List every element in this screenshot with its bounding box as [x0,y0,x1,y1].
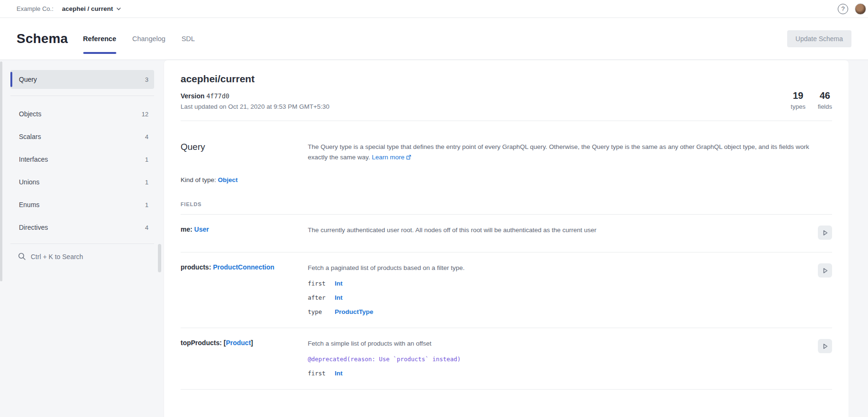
play-icon [822,229,829,236]
graph-title: acephei/current [181,73,330,85]
sidebar-item-count: 1 [145,201,148,208]
sidebar-item-label: Unions [19,178,40,186]
kind-value-link[interactable]: Object [218,176,238,183]
sidebar-item-label: Query [19,76,37,83]
sidebar-item-count: 12 [142,111,148,118]
sidebar-item-enums[interactable]: Enums 1 [10,195,154,214]
field-row: me: User The currently authenticated use… [181,215,832,252]
version-value: 4f77d0 [206,92,229,100]
graph-selector[interactable]: acephei / current [62,5,121,12]
schema-search[interactable]: Ctrl + K to Search [10,252,164,261]
arg-type-link[interactable]: ProductType [335,308,373,315]
learn-more-link[interactable]: Learn more [372,154,411,161]
run-in-explorer-button[interactable] [818,226,832,240]
stat-types: 19 types [791,90,806,110]
graph-selector-label: acephei / current [62,5,113,12]
run-in-explorer-button[interactable] [818,263,832,278]
field-args: first Int [308,370,813,377]
play-icon [822,343,829,350]
sidebar-item-objects[interactable]: Objects 12 [10,104,154,123]
arg-name: after [308,294,335,301]
tab-reference[interactable]: Reference [83,18,116,60]
arg-row: after Int [308,294,813,301]
arg-type-link[interactable]: Int [335,370,343,377]
arg-row: first Int [308,280,813,287]
sidebar-divider [10,96,154,96]
play-icon [822,267,829,274]
schema-stats: 19 types 46 fields [791,73,832,110]
type-name-heading: Query [181,142,308,162]
arg-name: type [308,308,335,315]
field-row: topProducts: [Product] Fetch a simple li… [181,328,832,389]
stat-label: fields [818,103,832,110]
sidebar-item-interfaces[interactable]: Interfaces 1 [10,150,154,169]
sidebar-item-label: Interfaces [19,156,48,163]
fields-label: FIELDS [181,201,832,207]
sidebar-item-label: Objects [19,110,41,118]
stat-fields: 46 fields [818,90,832,110]
page-title: Schema [17,31,68,46]
update-schema-button[interactable]: Update Schema [787,30,851,47]
org-label: Example Co.: [17,5,53,12]
sidebar-item-label: Enums [19,201,40,208]
field-description: Fetch a paginated list of products based… [308,263,813,273]
sidebar-scrollbar[interactable] [158,244,161,272]
field-type-link[interactable]: User [194,226,209,233]
sidebar-item-count: 4 [145,133,148,140]
graph-summary: acephei/current Version 4f77d0 Last upda… [181,60,832,121]
sidebar-item-unions[interactable]: Unions 1 [10,173,154,191]
sidebar-item-count: 1 [145,179,148,186]
arg-name: first [308,280,335,287]
arg-type-link[interactable]: Int [335,294,343,301]
type-nav-sidebar: Query 3 Objects 12 Scalars 4 Interfaces … [0,60,164,417]
page-header: Schema ReferenceChangelogSDL Update Sche… [0,18,868,60]
tab-sdl[interactable]: SDL [182,18,195,60]
fields-list: me: User The currently authenticated use… [181,214,832,390]
sidebar-item-label: Directives [19,224,48,231]
field-row: products: ProductConnection Fetch a pagi… [181,252,832,328]
type-section: Query The Query type is a special type t… [181,121,832,390]
deprecated-directive: @deprecated(reason: Use `products` inste… [308,356,813,363]
tab-bar: ReferenceChangelogSDL [83,18,195,60]
version-label: Version [181,92,205,100]
arg-name: first [308,370,335,377]
sidebar-item-directives[interactable]: Directives 4 [10,218,154,237]
chevron-down-icon [116,7,121,11]
tab-changelog[interactable]: Changelog [132,18,165,60]
sidebar-item-count: 1 [145,156,148,163]
sidebar-divider [10,243,154,244]
run-in-explorer-button[interactable] [818,339,832,353]
field-description: Fetch a simple list of products with an … [308,339,813,348]
type-description: The Query type is a special type that de… [308,142,832,162]
version-line: Version 4f77d0 [181,92,330,100]
arg-type-link[interactable]: Int [335,280,343,287]
sidebar-item-label: Scalars [19,133,41,140]
arg-row: first Int [308,370,813,377]
field-name: me: User [181,226,308,240]
external-link-icon [406,155,411,160]
arg-row: type ProductType [308,308,813,315]
stat-label: types [791,103,806,110]
user-avatar[interactable] [855,3,866,15]
field-args: first Int after Int type ProductType [308,280,813,315]
stat-value: 19 [791,90,806,101]
stat-value: 46 [818,90,832,101]
kind-of-type: Kind of type: Object [181,176,832,183]
last-updated: Last updated on Oct 21, 2020 at 9:53 PM … [181,103,330,110]
schema-reference-card: acephei/current Version 4f77d0 Last upda… [164,60,849,417]
sidebar-item-query[interactable]: Query 3 [10,70,154,89]
field-type-link[interactable]: Product [226,339,251,347]
sidebar-item-count: 3 [145,76,148,83]
top-bar: Example Co.: acephei / current ? [0,0,868,18]
field-type-link[interactable]: ProductConnection [213,263,274,271]
field-name: topProducts: [Product] [181,339,308,376]
field-name: products: ProductConnection [181,263,308,315]
sidebar-item-count: 4 [145,224,148,231]
field-description: The currently authenticated user root. A… [308,226,813,235]
search-hint: Ctrl + K to Search [31,253,83,261]
page-body: Query 3 Objects 12 Scalars 4 Interfaces … [0,60,868,417]
help-icon[interactable]: ? [838,4,848,14]
search-icon [18,252,26,261]
sidebar-item-scalars[interactable]: Scalars 4 [10,127,154,146]
